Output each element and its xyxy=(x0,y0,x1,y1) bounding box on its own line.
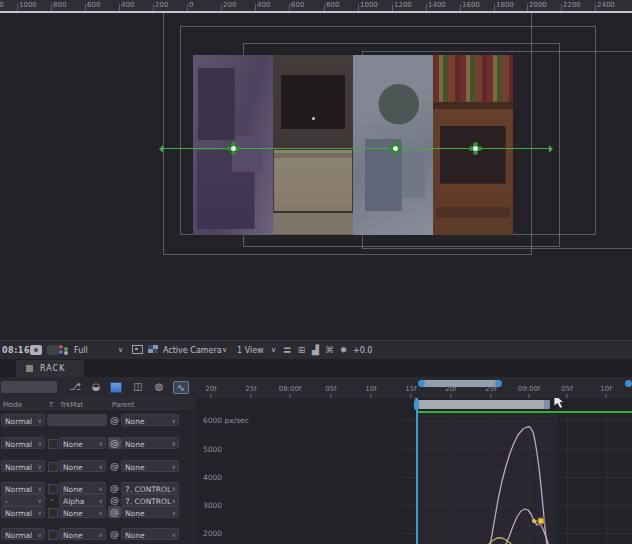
chevron-down-icon: ∨ xyxy=(38,497,42,504)
ruler-tick[interactable] xyxy=(324,4,325,11)
ruler-tick[interactable] xyxy=(494,4,495,11)
ruler-tick[interactable] xyxy=(460,4,461,11)
speed-graph-curves xyxy=(196,398,632,544)
parent-select[interactable]: 7. CONTROL∨ xyxy=(121,482,179,494)
parent-pick-whip-icon[interactable]: @ xyxy=(108,482,121,494)
ruler-tick[interactable] xyxy=(426,4,427,11)
tab-comp-rack[interactable]: RACK xyxy=(16,360,84,377)
ruler-tick[interactable] xyxy=(119,4,120,11)
composition-viewport[interactable] xyxy=(0,13,632,339)
keyframe-handle-dot[interactable] xyxy=(532,519,536,523)
preserve-transparency-toggle[interactable] xyxy=(48,508,58,518)
preserve-transparency-toggle[interactable] xyxy=(48,439,58,449)
preserve-transparency-toggle[interactable] xyxy=(48,484,58,494)
fast-previews-icon[interactable]: ⊞ xyxy=(295,345,308,355)
layer-anchor-point[interactable] xyxy=(473,146,478,151)
ruler-tick[interactable] xyxy=(85,4,86,11)
pixel-aspect-icon[interactable]: 〓 xyxy=(281,345,294,355)
ruler-tick[interactable] xyxy=(255,4,256,11)
track-matte-select-label: None xyxy=(63,509,83,518)
motion-blur-icon[interactable]: ◍ xyxy=(152,380,166,394)
track-matte-select[interactable]: None∨ xyxy=(59,460,106,472)
show-channel-icon[interactable] xyxy=(58,345,70,355)
timeline-button-icon[interactable]: ▟ xyxy=(309,345,322,355)
region-of-interest-icon[interactable] xyxy=(132,345,143,354)
parent-select[interactable]: 7. CONTROL∨ xyxy=(121,494,179,506)
parent-select[interactable]: None∨ xyxy=(121,437,179,449)
parent-pick-whip-icon[interactable]: @ xyxy=(108,494,121,506)
chevron-down-icon: ∨ xyxy=(38,463,42,470)
layer-anchor-point[interactable] xyxy=(393,146,398,151)
magnification-select[interactable]: Full xyxy=(74,346,88,355)
ruler-label: 400 xyxy=(257,1,270,9)
blend-mode-select[interactable]: Normal∨ xyxy=(1,414,45,426)
transparency-grid-icon[interactable] xyxy=(148,345,158,353)
parent-pick-whip-icon[interactable]: @ xyxy=(108,414,121,426)
parent-select[interactable]: None∨ xyxy=(121,506,179,518)
layer-center-dot xyxy=(312,117,315,120)
layer-tv-cabinet-tan[interactable] xyxy=(273,55,353,235)
navigator-start-handle-icon[interactable] xyxy=(418,380,425,387)
parent-select[interactable]: None∨ xyxy=(121,460,179,472)
column-header-t: T xyxy=(49,401,53,409)
layer-plant-chair-pale[interactable] xyxy=(353,55,433,235)
parent-select[interactable]: None∨ xyxy=(121,414,179,426)
parent-pick-whip-icon[interactable]: @ xyxy=(108,528,121,540)
draft-3d-icon[interactable] xyxy=(110,382,122,393)
blend-mode-select[interactable]: Normal∨ xyxy=(1,506,45,518)
layer-anchor-point[interactable] xyxy=(231,146,236,151)
view-layout-chevron-icon[interactable]: ∨ xyxy=(271,346,276,354)
track-matte-select[interactable]: None∨ xyxy=(59,506,106,518)
current-time-display[interactable]: 08:16 xyxy=(2,346,30,355)
view-layout-select[interactable]: 1 View xyxy=(237,346,264,355)
ruler-tick[interactable] xyxy=(289,4,290,11)
reset-exposure-icon[interactable]: ✸ xyxy=(337,345,350,355)
graph-editor[interactable]: 6000 px/sec5000400030002000 xyxy=(196,398,632,544)
exposure-value[interactable]: +0.0 xyxy=(353,346,372,355)
ruler-tick[interactable] xyxy=(153,4,154,11)
ruler-tick[interactable] xyxy=(561,4,562,11)
ruler-tick[interactable] xyxy=(17,4,18,11)
parent-select[interactable]: None∨ xyxy=(121,528,179,540)
blend-mode-select[interactable]: Normal∨ xyxy=(1,528,45,540)
blend-mode-select[interactable]: -∨ xyxy=(1,494,45,506)
frame-blending-icon[interactable]: ◫ xyxy=(131,380,145,394)
blend-mode-select[interactable]: Normal∨ xyxy=(1,460,45,472)
preserve-transparency-toggle[interactable] xyxy=(48,530,58,540)
track-matte-select-label: None xyxy=(63,463,83,472)
ruler-label: 2000 xyxy=(529,1,547,9)
ruler-tick[interactable] xyxy=(51,4,52,11)
parent-pick-whip-icon[interactable]: @ xyxy=(108,437,121,449)
3d-view-select[interactable]: Active Camera xyxy=(163,346,222,355)
layer-armchair-purple[interactable] xyxy=(193,55,273,235)
comp-mini-flowchart-icon[interactable]: ⎇ xyxy=(68,380,82,394)
track-matte-select[interactable]: None∨ xyxy=(59,528,106,540)
flowchart-icon[interactable]: ⌘ xyxy=(323,345,336,355)
preserve-transparency-toggle[interactable] xyxy=(48,462,58,472)
blend-mode-select[interactable]: Normal∨ xyxy=(1,437,45,449)
magnification-chevron-icon[interactable]: ∨ xyxy=(118,346,123,354)
parent-select-label: None xyxy=(125,509,145,518)
ruler-tick[interactable] xyxy=(187,4,188,11)
layer-row-7: Normal∨None∨@None∨ xyxy=(0,528,196,541)
layer-bookshelf-wood[interactable] xyxy=(433,55,513,235)
shy-layers-icon[interactable]: ◒ xyxy=(89,380,103,394)
snapshot-camera-icon[interactable] xyxy=(30,345,42,355)
ruler-tick[interactable] xyxy=(221,4,222,11)
timeline-search-input[interactable] xyxy=(1,381,57,393)
track-matte-select[interactable]: Alpha∨ xyxy=(59,494,106,506)
track-matte-select[interactable]: None∨ xyxy=(59,437,106,449)
ruler-label: 1000 xyxy=(19,1,37,9)
ruler-tick[interactable] xyxy=(358,4,359,11)
ruler-tick[interactable] xyxy=(595,4,596,11)
navigator-far-handle-icon[interactable] xyxy=(625,380,632,387)
ruler-tick[interactable] xyxy=(527,4,528,11)
blend-mode-select[interactable]: Normal∨ xyxy=(1,482,45,494)
3d-view-chevron-icon[interactable]: ∨ xyxy=(222,346,227,354)
parent-pick-whip-icon[interactable]: @ xyxy=(108,460,121,472)
track-matte-select[interactable]: None∨ xyxy=(59,482,106,494)
parent-pick-whip-icon[interactable]: @ xyxy=(108,506,121,518)
graph-editor-icon[interactable]: ∿ xyxy=(173,381,189,394)
selected-keyframe[interactable] xyxy=(538,518,544,524)
ruler-tick[interactable] xyxy=(392,4,393,11)
